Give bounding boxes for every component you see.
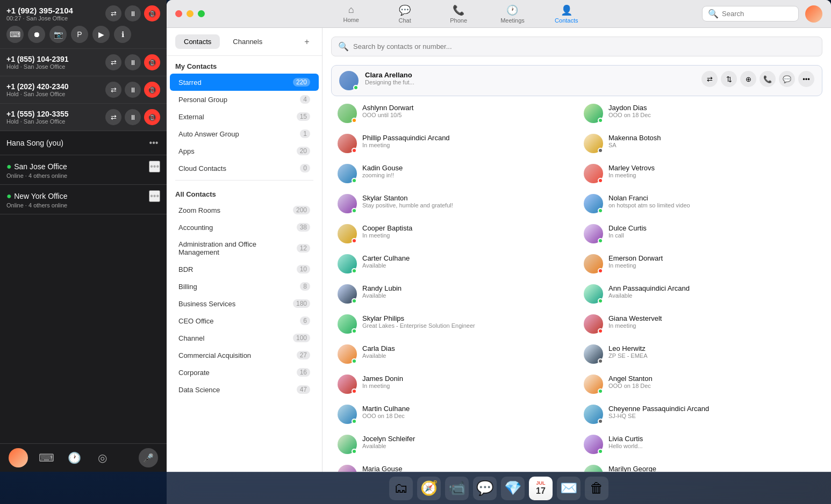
dock-trash[interactable]: 🗑 [585,477,608,500]
sidebar-item-auto-answer[interactable]: Auto Answer Group 1 [170,125,319,142]
sidebar-item-zoom-rooms[interactable]: Zoom Rooms 200 [170,201,319,219]
sidebar-tab-contacts[interactable]: Contacts [175,34,220,49]
history-toolbar-icon[interactable]: 🕐 [65,448,84,467]
san-jose-presence[interactable]: ● San Jose Office ••• Online · 4 others … [0,155,167,185]
sidebar-item-accounting[interactable]: Accounting 38 [170,219,319,236]
contact-skylar-stanton[interactable]: Skylar Stanton Stay positive, humble and… [331,189,576,219]
contact-dulce-curtis[interactable]: Dulce Curtis In call [577,219,822,249]
contact-angel-stanton[interactable]: Angel Stanton OOO on 18 Dec [577,369,822,399]
contact-leo-herwitz[interactable]: Leo Herwitz ZP SE - EMEA [577,339,822,369]
message-contact-button[interactable]: 💬 [779,71,795,87]
user-avatar-header[interactable] [805,5,822,23]
contact-cooper-baptista[interactable]: Cooper Baptista In meeting [331,219,576,249]
more-call-icon[interactable]: ▶ [92,26,110,43]
add-contact-button[interactable]: ⊕ [740,71,756,87]
sidebar-item-bdr[interactable]: BDR 10 [170,261,319,278]
highlighted-contact[interactable]: Clara Arellano Designing the fut... ⇄ ⇅ … [331,65,822,96]
tab-home[interactable]: ⌂ Home [335,2,367,25]
sidebar-item-ceo-office[interactable]: CEO Office 6 [170,312,319,329]
microphone-button[interactable]: 🎤 [139,448,158,467]
end-call-button[interactable]: 📵 [144,5,160,21]
contact-maria-gouse[interactable]: Maria Gouse Get better everyday [331,459,576,472]
contact-skylar-philips[interactable]: Skylar Philips Great Lakes - Enterprise … [331,309,576,339]
tab-meetings[interactable]: 🕐 Meetings [496,2,529,26]
close-button[interactable] [175,10,182,17]
dock-finder[interactable]: 🗂 [389,477,413,500]
merge-call-button[interactable]: ⇄ [105,5,121,21]
contact-jocelyn-schleifer[interactable]: Jocelyn Schleifer Available [331,429,576,459]
sidebar-item-business-services[interactable]: Business Services 180 [170,295,319,312]
unhold-2[interactable]: ⏸ [125,82,141,98]
contact-cheyenne-arcand[interactable]: Cheyenne Passaquindici Arcand SJ-HQ SE [577,399,822,429]
info-icon[interactable]: ℹ [114,26,131,43]
contact-carter-culhane[interactable]: Carter Culhane Available [331,249,576,279]
user-menu-button[interactable]: ••• [147,136,160,149]
merge-held-2[interactable]: ⇄ [105,82,121,98]
sidebar-item-corporate[interactable]: Corporate 16 [170,364,319,381]
held-call-2[interactable]: +1 (202) 420-2340 Hold · San Jose Office… [0,76,167,104]
sidebar-item-data-science[interactable]: Data Science 47 [170,381,319,398]
contact-livia-curtis[interactable]: Livia Curtis Hello world... [577,429,822,459]
contacts-search-input[interactable] [353,42,815,51]
dock-safari[interactable]: 🧭 [417,477,441,500]
sidebar-item-cloud[interactable]: Cloud Contacts 0 [170,160,319,177]
voicemail-toolbar-icon[interactable]: ◎ [92,448,112,467]
sidebar-item-personal-group[interactable]: Personal Group 4 [170,91,319,108]
minimize-button[interactable] [187,10,194,17]
merge-held-3[interactable]: ⇄ [105,109,121,125]
unhold-3[interactable]: ⏸ [125,109,141,125]
unhold-1[interactable]: ⏸ [125,54,141,70]
contact-jaydon-dias[interactable]: Jaydon Dias OOO on 18 Dec [577,98,822,128]
held-call-1[interactable]: +1 (855) 104-2391 Hold · San Jose Office… [0,49,167,76]
dock-mail[interactable]: ✉️ [557,477,581,500]
sidebar-item-admin-office[interactable]: Administration and Office Management 12 [170,236,319,261]
dock-calendar[interactable]: JUL 17 [529,477,553,500]
call-contact-button[interactable]: 📞 [760,71,776,87]
tab-chat[interactable]: 💬 Chat [389,2,421,26]
contact-ann-arcand[interactable]: Ann Passaquindici Arcand Available [577,279,822,309]
tab-contacts[interactable]: 👤 Contacts [550,2,583,26]
maximize-button[interactable] [198,10,205,17]
user-avatar-toolbar[interactable] [9,448,28,467]
san-jose-menu[interactable]: ••• [149,161,160,172]
contact-marilyn-george[interactable]: Marilyn George Get better everyday [577,459,822,472]
sidebar-add-button[interactable]: + [300,35,313,48]
contact-phillip-arcand[interactable]: Phillip Passaquindici Arcand In meeting [331,128,576,159]
park-icon[interactable]: P [71,26,88,43]
contact-emerson-dorwart[interactable]: Emerson Dorwart In meeting [577,249,822,279]
sidebar-item-billing[interactable]: Billing 8 [170,278,319,295]
contact-giana-westervelt[interactable]: Giana Westervelt In meeting [577,309,822,339]
newyork-presence[interactable]: ● New York Office ••• Online · 4 others … [0,185,167,214]
tab-phone[interactable]: 📞 Phone [442,2,475,26]
title-search[interactable]: 🔍 [702,6,799,21]
record-icon[interactable]: ⏺ [28,26,45,43]
end-held-1[interactable]: 📵 [144,54,160,70]
merge-button[interactable]: ⇅ [721,71,737,87]
dock-sketch[interactable]: 💎 [501,477,525,500]
hold-call-button[interactable]: ⏸ [125,5,141,21]
dialpad-icon[interactable]: ⌨ [6,26,24,43]
contact-ashlynn-dorwart[interactable]: Ashlynn Dorwart OOO until 10/5 [331,98,576,128]
sidebar-tab-channels[interactable]: Channels [224,34,271,49]
more-options-button[interactable]: ••• [798,71,814,87]
video-icon[interactable]: 📷 [49,26,67,43]
contact-martin-culhane[interactable]: Martin Culhane OOO on 18 Dec [331,399,576,429]
newyork-menu[interactable]: ••• [149,190,160,202]
dock-messages[interactable]: 💬 [473,477,497,500]
sidebar-item-apps[interactable]: Apps 20 [170,142,319,160]
held-call-3[interactable]: +1 (555) 120-3355 Hold · San Jose Office… [0,104,167,131]
contact-nolan-franci[interactable]: Nolan Franci on hotspot atm so limited v… [577,189,822,219]
merge-held-1[interactable]: ⇄ [105,54,121,70]
search-input[interactable] [722,10,792,18]
dock-zoom[interactable]: 📹 [445,477,469,500]
dialpad-toolbar-icon[interactable]: ⌨ [37,448,56,467]
contact-kadin-gouse[interactable]: Kadin Gouse zooming in!! [331,159,576,189]
contact-randy-lubin[interactable]: Randy Lubin Available [331,279,576,309]
sidebar-item-commercial[interactable]: Commercial Acquisition 27 [170,347,319,364]
contact-marley-vetrovs[interactable]: Marley Vetrovs In meeting [577,159,822,189]
transfer-button[interactable]: ⇄ [701,71,718,87]
contact-makenna-botosh[interactable]: Makenna Botosh SA [577,128,822,159]
end-held-3[interactable]: 📵 [144,109,160,125]
contact-carla-dias[interactable]: Carla Dias Available [331,339,576,369]
contacts-search-bar[interactable]: 🔍 [331,37,822,56]
